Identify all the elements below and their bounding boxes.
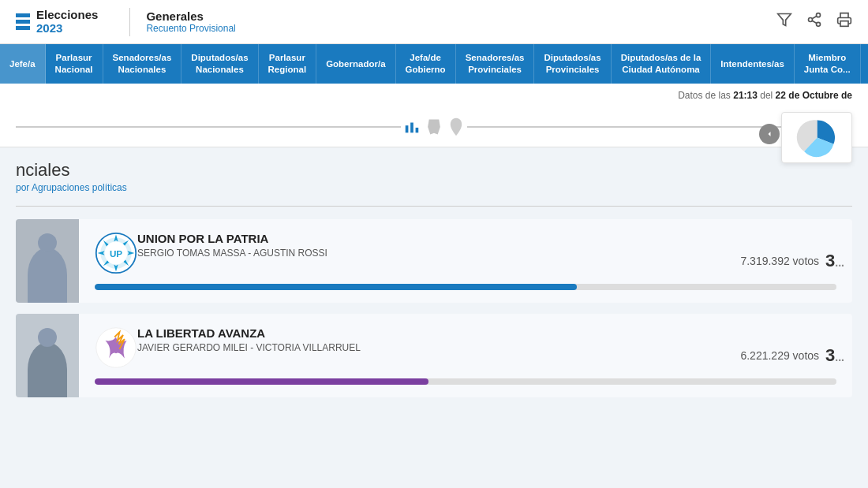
svg-text:UP: UP bbox=[110, 248, 122, 259]
vote-label-lla: votos bbox=[793, 349, 819, 362]
map-icon-1[interactable] bbox=[423, 116, 445, 138]
logo-bar-1 bbox=[16, 13, 30, 17]
candidate-names-lla: JAVIER GERARDO MILEI - VICTORIA VILLARRU… bbox=[137, 342, 836, 353]
progress-bar-lla bbox=[95, 378, 428, 385]
section-title: nciales bbox=[16, 160, 852, 181]
party-details-up: UNION POR LA PATRIA SERGIO TOMAS MASSA -… bbox=[137, 232, 836, 259]
nav-item-parlasur-nacional[interactable]: ParlasurNacional bbox=[46, 44, 103, 84]
date-connector: del bbox=[760, 90, 773, 101]
logo-bars bbox=[16, 13, 30, 30]
app-logo: Elecciones 2023 bbox=[36, 9, 98, 35]
party-logo-area-up: UP UNION POR LA PATRIA SERGIO TOMAS MASS… bbox=[95, 232, 836, 274]
svg-rect-7 bbox=[406, 125, 409, 132]
header-actions bbox=[776, 12, 852, 32]
nav-item-jefa-gobierno[interactable]: Jefa/deGobierno bbox=[396, 44, 456, 84]
vote-percent-lla: 3... bbox=[825, 345, 844, 366]
election-info: Generales Recuento Provisional bbox=[146, 9, 235, 34]
app-year: 2023 bbox=[36, 22, 98, 35]
logo-bar-2 bbox=[16, 20, 30, 24]
election-subtype: Recuento Provisional bbox=[146, 23, 235, 34]
progress-bar-up bbox=[95, 284, 577, 290]
pie-chart bbox=[795, 116, 839, 159]
up-party-logo: UP bbox=[95, 232, 137, 274]
svg-point-1 bbox=[817, 13, 821, 17]
nav-item-senadores-provinciales[interactable]: Senadores/asProvinciales bbox=[456, 44, 535, 84]
candidate-names-up: SERGIO TOMAS MASSA - AGUSTIN ROSSI bbox=[137, 248, 836, 259]
main-content: nciales por Agrupaciones políticas bbox=[0, 147, 868, 421]
candidate-photo-up bbox=[16, 219, 79, 303]
svg-point-2 bbox=[809, 18, 813, 22]
svg-rect-8 bbox=[410, 123, 413, 133]
candidate-info-lla: LA LIBERTAD AVANZA JAVIER GERARDO MILEI … bbox=[79, 314, 852, 397]
party-name-up: UNION POR LA PATRIA bbox=[137, 232, 836, 245]
candidate-card-lla: LA LIBERTAD AVANZA JAVIER GERARDO MILEI … bbox=[16, 314, 852, 397]
vote-percent-up: 3... bbox=[825, 251, 844, 271]
logo-bar-3 bbox=[16, 26, 30, 30]
nav-item-miembro-junta[interactable]: MiembroJunta Co... bbox=[795, 44, 861, 84]
vote-count-up: 7.319.392 votos bbox=[740, 255, 819, 267]
svg-line-4 bbox=[812, 20, 817, 23]
lla-party-logo bbox=[95, 326, 137, 369]
timeline-date: Datos de las 21:13 del 22 de Octubre de bbox=[16, 90, 852, 101]
vote-number-up: 7.319.392 bbox=[740, 255, 789, 267]
nav-item-senadores-nacionales[interactable]: Senadores/asNacionales bbox=[103, 44, 182, 84]
section-divider bbox=[16, 206, 852, 207]
svg-line-5 bbox=[812, 16, 817, 18]
party-name-lla: LA LIBERTAD AVANZA bbox=[137, 326, 836, 340]
map-icon-2[interactable] bbox=[445, 116, 467, 138]
nav-item-parlasur-regional[interactable]: ParlasurRegional bbox=[259, 44, 317, 84]
election-type: Generales bbox=[146, 9, 235, 23]
nav-item-diputados-nacionales[interactable]: Diputados/asNacionales bbox=[181, 44, 258, 84]
timeline-area: Datos de las 21:13 del 22 de Octubre de bbox=[0, 84, 868, 147]
vote-area-lla: 6.221.229 votos 3... bbox=[740, 345, 844, 366]
vote-number-lla: 6.221.229 bbox=[740, 349, 789, 362]
pie-chart-panel bbox=[781, 112, 852, 163]
nav-item-intendentes[interactable]: Intendentes/as bbox=[711, 44, 795, 84]
date-label: Datos de las bbox=[678, 90, 731, 101]
vote-count-lla: 6.221.229 votos bbox=[740, 349, 819, 362]
svg-marker-0 bbox=[778, 14, 791, 26]
svg-rect-6 bbox=[840, 21, 848, 27]
progress-bar-container-up bbox=[95, 284, 836, 290]
date-day: 22 bbox=[776, 90, 786, 101]
back-button[interactable] bbox=[759, 124, 780, 144]
silhouette-lla bbox=[28, 342, 67, 397]
filter-icon[interactable] bbox=[776, 12, 792, 32]
subtitle-prefix: por bbox=[16, 182, 29, 193]
silhouette-up bbox=[28, 248, 67, 303]
date-month: de Octubre de bbox=[788, 90, 852, 101]
candidate-photo-lla bbox=[16, 314, 79, 397]
candidate-silhouette-lla bbox=[16, 314, 79, 397]
header-divider bbox=[129, 8, 130, 36]
nav-item-jefa[interactable]: Jefe/a bbox=[0, 44, 46, 84]
candidate-silhouette-up bbox=[16, 219, 79, 303]
candidate-card-up: UP UNION POR LA PATRIA SERGIO TOMAS MASS… bbox=[16, 219, 852, 303]
progress-bar-container-lla bbox=[95, 378, 836, 385]
party-details-lla: LA LIBERTAD AVANZA JAVIER GERARDO MILEI … bbox=[137, 326, 836, 353]
party-logo-area-lla: LA LIBERTAD AVANZA JAVIER GERARDO MILEI … bbox=[95, 326, 836, 369]
print-icon[interactable] bbox=[836, 12, 852, 32]
timeline-track bbox=[16, 107, 852, 147]
svg-point-3 bbox=[817, 22, 821, 26]
candidate-info-up: UP UNION POR LA PATRIA SERGIO TOMAS MASS… bbox=[79, 219, 852, 303]
vote-label-up: votos bbox=[793, 255, 819, 267]
nav-item-gobernadora[interactable]: Gobernador/a bbox=[316, 44, 395, 84]
barchart-icon[interactable] bbox=[401, 116, 423, 138]
nav-item-diputados-ciudad[interactable]: Diputados/as de laCiudad Autónoma bbox=[612, 44, 712, 84]
header: Elecciones 2023 Generales Recuento Provi… bbox=[0, 0, 868, 44]
section-title-prefix: nciales bbox=[16, 160, 69, 180]
subtitle-link[interactable]: Agrupaciones políticas bbox=[32, 182, 127, 193]
nav-item-diputados-provinciales[interactable]: Diputados/asProvinciales bbox=[534, 44, 611, 84]
svg-rect-9 bbox=[416, 128, 419, 132]
app-title: Elecciones bbox=[36, 9, 98, 22]
vote-area-up: 7.319.392 votos 3... bbox=[740, 251, 844, 271]
section-subtitle: por Agrupaciones políticas bbox=[16, 182, 852, 193]
share-icon[interactable] bbox=[806, 12, 822, 32]
date-time: 21:13 bbox=[733, 90, 758, 101]
main-nav: Jefe/a ParlasurNacional Senadores/asNaci… bbox=[0, 44, 868, 84]
